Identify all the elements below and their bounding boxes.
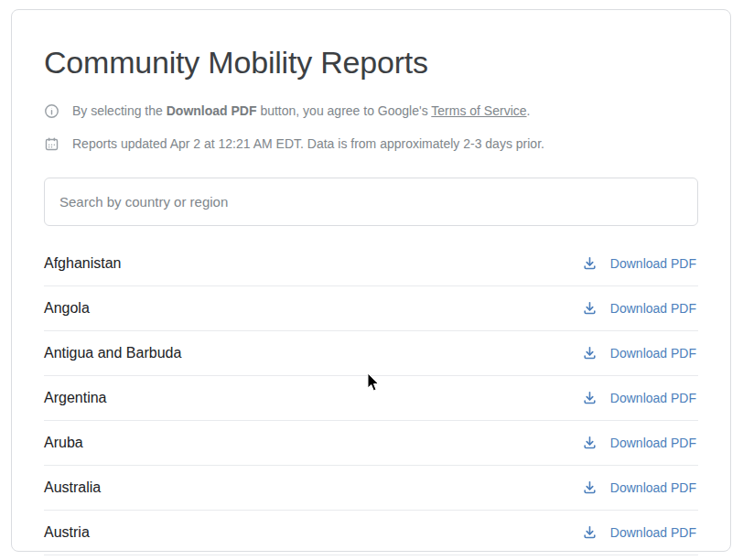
download-pdf-link[interactable]: Download PDF <box>582 255 698 271</box>
download-pdf-link[interactable]: Download PDF <box>582 300 698 316</box>
updated-notice: Reports updated Apr 2 at 12:21 AM EDT. D… <box>44 135 698 154</box>
download-pdf-label: Download PDF <box>610 391 696 405</box>
info-icon <box>44 103 59 119</box>
page-title: Community Mobility Reports <box>44 43 698 82</box>
country-name: Austria <box>44 524 90 541</box>
download-icon <box>582 524 598 540</box>
download-pdf-label: Download PDF <box>610 436 696 450</box>
download-pdf-link[interactable]: Download PDF <box>582 345 698 361</box>
country-row: Australia Download PDF <box>44 466 698 511</box>
agreement-prefix: By selecting the <box>72 103 167 118</box>
download-icon <box>582 255 598 271</box>
country-row: Antigua and Barbuda Download PDF <box>44 331 698 376</box>
country-name: Angola <box>44 300 90 317</box>
download-pdf-label: Download PDF <box>610 525 696 540</box>
calendar-icon <box>44 136 59 152</box>
download-pdf-label: Download PDF <box>610 480 696 495</box>
agreement-middle: button, you agree to Google's <box>257 103 432 118</box>
download-icon <box>582 345 598 361</box>
country-row: Angola Download PDF <box>44 286 698 331</box>
country-name: Antigua and Barbuda <box>44 345 181 361</box>
download-pdf-label: Download PDF <box>610 301 696 316</box>
country-name: Australia <box>44 479 101 496</box>
country-list: Afghanistan Download PDF Angola <box>44 242 698 555</box>
country-row: Austria Download PDF <box>44 511 698 555</box>
download-pdf-link[interactable]: Download PDF <box>582 524 698 540</box>
country-name: Argentina <box>44 390 107 406</box>
agreement-suffix: . <box>527 103 531 118</box>
terms-of-service-link[interactable]: Terms of Service <box>431 103 526 118</box>
reports-card: Community Mobility Reports By selecting … <box>11 9 731 552</box>
download-pdf-link[interactable]: Download PDF <box>582 479 698 495</box>
download-icon <box>582 300 598 316</box>
updated-text: Reports updated Apr 2 at 12:21 AM EDT. D… <box>72 135 544 154</box>
download-icon <box>582 435 598 450</box>
country-name: Aruba <box>44 435 83 451</box>
download-pdf-link[interactable]: Download PDF <box>582 390 698 405</box>
country-row: Aruba Download PDF <box>44 421 698 466</box>
download-icon <box>582 479 598 495</box>
download-icon <box>582 390 598 405</box>
search-input[interactable] <box>44 178 698 226</box>
download-pdf-label: Download PDF <box>610 346 696 361</box>
agreement-bold: Download PDF <box>167 103 257 118</box>
country-name: Afghanistan <box>44 255 122 272</box>
country-row: Afghanistan Download PDF <box>44 242 698 286</box>
country-row: Argentina Download PDF <box>44 376 698 421</box>
agreement-notice: By selecting the Download PDF button, yo… <box>44 102 698 121</box>
download-pdf-label: Download PDF <box>610 256 696 271</box>
agreement-text: By selecting the Download PDF button, yo… <box>72 102 530 121</box>
download-pdf-link[interactable]: Download PDF <box>582 435 698 450</box>
